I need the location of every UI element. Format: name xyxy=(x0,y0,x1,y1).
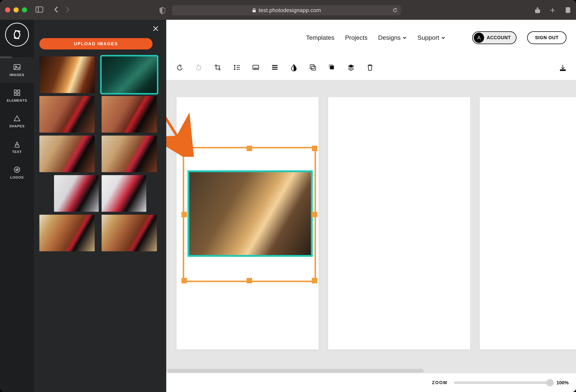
rail-item-text[interactable]: TEXT xyxy=(0,134,34,160)
send-behind-button[interactable] xyxy=(328,63,336,72)
zoom-label: ZOOM xyxy=(432,380,447,385)
resize-handle[interactable] xyxy=(247,278,252,283)
account-label: ACCOUNT xyxy=(487,35,511,40)
selection-box[interactable] xyxy=(183,147,316,282)
svg-rect-10 xyxy=(18,93,20,95)
image-thumbnail[interactable] xyxy=(39,136,95,172)
resize-handle[interactable] xyxy=(247,146,252,151)
window-minimize[interactable] xyxy=(14,7,19,12)
editor-toolbar xyxy=(166,56,576,80)
horizontal-scrollbar[interactable] xyxy=(167,368,575,373)
resize-handle[interactable] xyxy=(181,278,187,283)
svg-rect-9 xyxy=(14,93,16,95)
image-thumbnail[interactable] xyxy=(102,175,146,212)
svg-rect-23 xyxy=(312,66,316,70)
window-close[interactable] xyxy=(5,7,10,12)
upload-images-label: UPLOAD IMAGES xyxy=(74,41,118,46)
window-traffic-lights xyxy=(5,7,27,12)
address-bar[interactable]: test.photodesignapp.com xyxy=(172,5,401,15)
rail-item-label: ELEMENTS xyxy=(7,98,27,103)
rail-item-logos[interactable]: LOGOS xyxy=(0,160,34,185)
chevron-down-icon xyxy=(441,35,445,40)
svg-point-18 xyxy=(256,68,256,69)
image-thumbnail[interactable] xyxy=(102,136,157,172)
svg-point-19 xyxy=(257,68,258,69)
chevron-down-icon xyxy=(403,35,407,40)
placed-image[interactable] xyxy=(187,170,313,257)
svg-rect-2 xyxy=(253,10,256,12)
resize-handle[interactable] xyxy=(312,278,317,283)
rail-item-label: SHAPES xyxy=(9,124,25,128)
opacity-button[interactable] xyxy=(290,63,298,72)
browser-back-button[interactable] xyxy=(54,6,58,14)
image-thumbnail[interactable] xyxy=(102,96,157,133)
svg-rect-27 xyxy=(560,70,565,71)
page[interactable] xyxy=(328,97,470,350)
image-thumbnail[interactable] xyxy=(102,215,157,251)
svg-rect-25 xyxy=(330,66,334,69)
svg-rect-22 xyxy=(272,69,278,70)
scrollbar-thumb[interactable] xyxy=(167,369,424,373)
page[interactable] xyxy=(480,97,576,350)
nav-templates[interactable]: Templates xyxy=(306,34,334,41)
rail-item-label: TEXT xyxy=(12,150,22,154)
tab-overview-icon[interactable] xyxy=(564,7,571,14)
rail-item-images[interactable]: IMAGES xyxy=(0,57,34,83)
copy-button[interactable] xyxy=(309,63,317,72)
nav-projects[interactable]: Projects xyxy=(345,34,368,41)
privacy-shield-icon[interactable] xyxy=(159,7,166,15)
align-button[interactable] xyxy=(271,63,279,72)
zoom-slider-knob[interactable] xyxy=(546,379,554,386)
caption-button[interactable] xyxy=(252,63,259,72)
account-button[interactable]: A ACCOUNT xyxy=(472,31,517,44)
upload-images-button[interactable]: UPLOAD IMAGES xyxy=(39,38,152,49)
download-button[interactable] xyxy=(559,64,567,72)
line-spacing-button[interactable] xyxy=(233,63,241,72)
svg-rect-7 xyxy=(14,90,16,92)
redo-button xyxy=(195,63,202,72)
resize-handle[interactable] xyxy=(312,146,317,151)
rail-progress-indicator xyxy=(0,57,12,58)
delete-button[interactable] xyxy=(366,63,374,72)
zoom-slider[interactable] xyxy=(454,381,552,384)
signout-button[interactable]: SIGN OUT xyxy=(527,31,567,44)
svg-point-17 xyxy=(254,68,255,69)
browser-forward-button xyxy=(65,6,70,14)
lock-icon xyxy=(252,8,256,13)
resize-handle[interactable] xyxy=(181,212,187,217)
rail-item-shapes[interactable]: SHAPES xyxy=(0,108,34,134)
crop-button[interactable] xyxy=(214,63,222,72)
rail-item-label: LOGOS xyxy=(10,176,24,180)
image-thumbnail[interactable] xyxy=(54,175,99,212)
canvas[interactable] xyxy=(166,80,576,373)
sidebar-toggle-icon[interactable] xyxy=(35,6,43,13)
resize-handle[interactable] xyxy=(181,146,187,151)
image-thumbnail[interactable] xyxy=(39,57,95,93)
left-rail: IMAGES ELEMENTS SHAPES TEXT LOGOS xyxy=(0,20,34,392)
main-area: Templates Projects Designs Support A ACC… xyxy=(166,20,576,392)
account-avatar: A xyxy=(474,33,484,43)
page[interactable] xyxy=(176,97,318,350)
undo-button[interactable] xyxy=(176,63,183,72)
share-icon[interactable] xyxy=(534,7,541,14)
rail-item-label: IMAGES xyxy=(9,73,24,77)
nav-support[interactable]: Support xyxy=(417,34,445,41)
images-panel: UPLOAD IMAGES xyxy=(34,20,166,392)
address-bar-url: test.photodesignapp.com xyxy=(259,7,321,13)
layers-button[interactable] xyxy=(347,63,355,72)
app-header: Templates Projects Designs Support A ACC… xyxy=(166,20,576,56)
image-thumbnail[interactable] xyxy=(39,215,95,251)
zoom-value: 100% xyxy=(557,380,569,386)
nav-designs[interactable]: Designs xyxy=(378,34,407,41)
svg-rect-24 xyxy=(310,65,314,69)
close-panel-button[interactable] xyxy=(152,25,159,33)
window-zoom[interactable] xyxy=(22,7,27,12)
resize-handle[interactable] xyxy=(312,212,317,217)
new-tab-icon[interactable] xyxy=(549,7,556,14)
reload-icon[interactable] xyxy=(393,8,398,14)
browser-titlebar: test.photodesignapp.com xyxy=(0,0,576,20)
image-thumbnail[interactable] xyxy=(102,57,157,93)
app-logo[interactable] xyxy=(5,23,29,47)
image-thumbnail[interactable] xyxy=(39,96,95,133)
rail-item-elements[interactable]: ELEMENTS xyxy=(0,83,34,108)
